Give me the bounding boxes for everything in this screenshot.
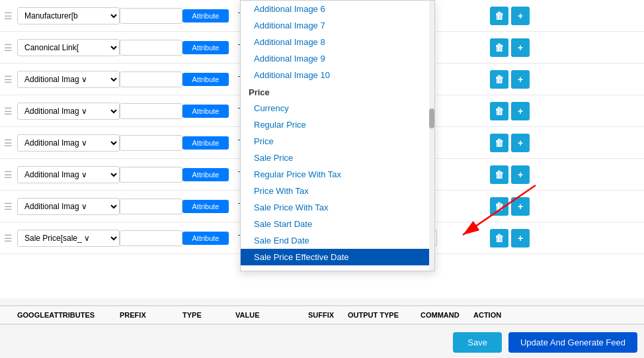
dropdown-item-additional8[interactable]: Additional Image 8 xyxy=(241,34,434,50)
drag-handle[interactable]: ☰ xyxy=(4,74,17,85)
delete-button-4[interactable]: 🗑 xyxy=(490,102,508,120)
drag-handle[interactable]: ☰ xyxy=(4,106,17,116)
googleattr-select-6[interactable]: Additional Imag ∨ xyxy=(17,166,120,183)
save-button[interactable]: Save xyxy=(453,332,502,353)
type-button-1[interactable]: Attribute xyxy=(182,9,229,22)
header-googleattributes: GoogleAttributes xyxy=(17,311,120,319)
add-button-5[interactable]: + xyxy=(511,134,530,152)
googleattr-select-2[interactable]: Canonical Link[ xyxy=(17,39,120,56)
header-action: Action xyxy=(473,311,526,319)
add-button-4[interactable]: + xyxy=(511,102,530,120)
add-button-1[interactable]: + xyxy=(511,7,530,25)
dropdown-item-salepriceeffectivedate[interactable]: Sale Price Effective Date xyxy=(241,249,434,265)
header-type: Type xyxy=(182,311,235,319)
dropdown-section-shipping: Shipping xyxy=(241,265,434,271)
drag-handle[interactable]: ☰ xyxy=(4,42,17,53)
dropdown-item-additional10[interactable]: Additional Image 10 xyxy=(241,67,434,83)
prefix-input-6[interactable] xyxy=(120,167,182,183)
googleattr-select-4[interactable]: Additional Imag ∨ xyxy=(17,103,120,120)
prefix-input-7[interactable] xyxy=(120,199,182,214)
drag-handle[interactable]: ☰ xyxy=(4,138,17,148)
dropdown-item-additional6[interactable]: Additional Image 6 xyxy=(241,1,434,17)
dropdown-item-additional9[interactable]: Additional Image 9 xyxy=(241,50,434,67)
add-button-3[interactable]: + xyxy=(511,70,530,89)
type-button-5[interactable]: Attribute xyxy=(182,136,229,150)
prefix-input-1[interactable] xyxy=(120,8,182,24)
dropdown-item-salepricewithtax[interactable]: Sale Price With Tax xyxy=(241,199,434,216)
dropdown-item-saleprice[interactable]: Sale Price xyxy=(241,150,434,166)
type-button-2[interactable]: Attribute xyxy=(182,41,229,54)
delete-button-5[interactable]: 🗑 xyxy=(490,134,508,152)
dropdown-item-saleenddate[interactable]: Sale End Date xyxy=(241,232,434,249)
add-button-2[interactable]: + xyxy=(511,38,530,57)
drag-handle[interactable]: ☰ xyxy=(4,11,17,21)
prefix-input-4[interactable] xyxy=(120,103,182,119)
scrollbar-thumb xyxy=(429,109,434,128)
type-button-8[interactable]: Attribute xyxy=(182,232,229,245)
dropdown-scrollbar[interactable] xyxy=(429,1,434,271)
dropdown-item-currency[interactable]: Currency xyxy=(241,100,434,116)
update-generate-button[interactable]: Update And Generate Feed xyxy=(508,332,637,353)
header-value: Value xyxy=(235,311,308,319)
header-command: Command xyxy=(421,311,473,319)
prefix-input-5[interactable] xyxy=(120,135,182,151)
prefix-input-2[interactable] xyxy=(120,40,182,56)
googleattr-select-8[interactable]: Sale Price[sale_ ∨ xyxy=(17,230,120,247)
drag-handle[interactable]: ☰ xyxy=(4,169,17,180)
add-button-7[interactable]: + xyxy=(511,197,530,216)
drag-handle[interactable]: ☰ xyxy=(4,233,17,244)
googleattr-select-5[interactable]: Additional Imag ∨ xyxy=(17,134,120,152)
prefix-input-8[interactable] xyxy=(120,230,182,246)
drag-handle[interactable]: ☰ xyxy=(4,201,17,212)
dropdown-item-salestartdate[interactable]: Sale Start Date xyxy=(241,216,434,232)
dropdown-item-regularprice[interactable]: Regular Price xyxy=(241,116,434,133)
footer-buttons: Save Update And Generate Feed xyxy=(453,332,637,353)
dropdown-overlay: Additional Image 6 Additional Image 7 Ad… xyxy=(240,0,435,271)
add-button-8[interactable]: + xyxy=(511,229,530,247)
googleattr-select-7[interactable]: Additional Imag ∨ xyxy=(17,198,120,215)
googleattr-select-3[interactable]: Additional Imag ∨ xyxy=(17,71,120,88)
dropdown-item-additional7[interactable]: Additional Image 7 xyxy=(241,17,434,34)
dropdown-section-price: Price xyxy=(241,83,434,100)
googleattr-select-1[interactable]: Manufacturer[b xyxy=(17,7,120,24)
header-prefix: Prefix xyxy=(120,311,182,319)
type-button-6[interactable]: Attribute xyxy=(182,168,229,181)
dropdown-item-price[interactable]: Price xyxy=(241,133,434,150)
add-button-6[interactable]: + xyxy=(511,165,530,184)
prefix-input-3[interactable] xyxy=(120,71,182,87)
delete-button-2[interactable]: 🗑 xyxy=(490,38,508,57)
delete-button-3[interactable]: 🗑 xyxy=(490,70,508,89)
dropdown-item-regularpricetax[interactable]: Regular Price With Tax xyxy=(241,166,434,183)
header-outputtype: Output Type xyxy=(348,311,421,319)
dropdown-item-pricewithtax[interactable]: Price With Tax xyxy=(241,183,434,199)
delete-button-7[interactable]: 🗑 xyxy=(490,197,508,216)
type-button-4[interactable]: Attribute xyxy=(182,105,229,118)
type-button-3[interactable]: Attribute xyxy=(182,73,229,86)
delete-button-1[interactable]: 🗑 xyxy=(490,7,508,25)
delete-button-6[interactable]: 🗑 xyxy=(490,165,508,184)
type-button-7[interactable]: Attribute xyxy=(182,200,229,213)
header-suffix: Suffix xyxy=(308,311,348,319)
delete-button-8[interactable]: 🗑 xyxy=(490,229,508,247)
